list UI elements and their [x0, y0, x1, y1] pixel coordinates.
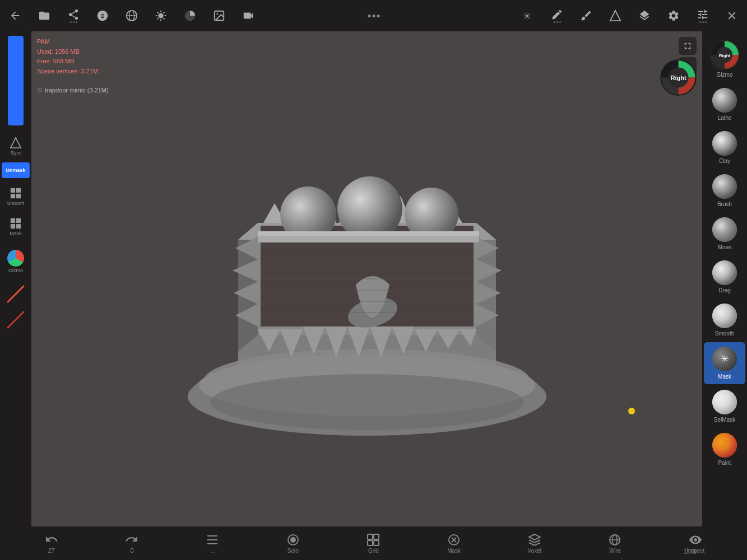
- paint-label: Paint: [718, 460, 731, 466]
- sliders-button[interactable]: [693, 6, 712, 25]
- svg-rect-99: [368, 540, 373, 545]
- fullscreen-button[interactable]: [679, 37, 697, 55]
- svg-line-10: [163, 18, 164, 19]
- unmask-button[interactable]: Unmask: [2, 162, 30, 178]
- redo-count: 0: [130, 547, 133, 554]
- svg-line-9: [157, 12, 158, 13]
- svg-line-25: [8, 286, 24, 302]
- svg-rect-21: [11, 218, 15, 223]
- tool-paint[interactable]: Paint: [704, 428, 745, 470]
- sidebar-item-smooth[interactable]: Smooth: [2, 183, 30, 211]
- move-label: Move: [718, 244, 731, 250]
- undo-count: 27: [48, 547, 55, 554]
- svg-line-26: [8, 312, 24, 328]
- snowflake-button[interactable]: ✳: [518, 6, 537, 25]
- svg-rect-23: [11, 224, 15, 228]
- grid-bottom-button[interactable]: Grid: [359, 533, 387, 554]
- sun-button[interactable]: [151, 6, 170, 25]
- mask-right-label: Mask: [718, 374, 731, 380]
- share-button[interactable]: [64, 6, 83, 25]
- clay-sphere: [712, 131, 737, 156]
- vertices-info: Scene vertices: 3.21M: [37, 67, 109, 77]
- bottom-toolbar: 27 0 ... Solo Grid Mask Voxel Wire Inspe…: [0, 526, 747, 560]
- back-button[interactable]: [6, 6, 25, 25]
- face-button[interactable]: [93, 6, 112, 25]
- folder-button[interactable]: [35, 6, 54, 25]
- canvas-area[interactable]: PAM Used: 1056 MB Free: 568 MB Scene ver…: [31, 31, 702, 526]
- gizmo-right-label: Gizmo: [717, 72, 733, 78]
- brush-sphere: [712, 174, 737, 199]
- gizmo-widget[interactable]: Right Gizmo: [704, 36, 745, 82]
- tool-selmask[interactable]: SelMask: [704, 385, 745, 427]
- svg-line-12: [157, 18, 158, 19]
- clay-label: Clay: [719, 158, 730, 164]
- pen-tool-button[interactable]: [577, 6, 596, 25]
- svg-point-15: [216, 13, 218, 15]
- paint-sphere: [712, 433, 737, 458]
- svg-point-79: [210, 374, 524, 430]
- 3d-model[interactable]: [171, 111, 563, 447]
- grid-button[interactable]: [122, 6, 141, 25]
- svg-line-11: [163, 12, 164, 13]
- brush-preview-2[interactable]: [4, 308, 27, 332]
- svg-point-83: [712, 88, 737, 113]
- svg-rect-100: [374, 540, 379, 545]
- voxel-label: Voxel: [528, 548, 541, 554]
- triangle-button[interactable]: [606, 6, 625, 25]
- gear-button[interactable]: [664, 6, 683, 25]
- menu-button[interactable]: ...: [198, 533, 226, 554]
- tool-drag[interactable]: Drag: [704, 256, 745, 298]
- gizmo-circle: Right: [710, 40, 739, 69]
- grid-label: Grid: [368, 548, 379, 554]
- brush-preview-1[interactable]: [4, 282, 27, 306]
- left-sidebar: Sym Unmask Smooth Mask Gizmo: [0, 31, 31, 526]
- svg-point-91: [712, 433, 737, 458]
- smooth-right-label: Smooth: [715, 330, 734, 337]
- svg-text:✳: ✳: [523, 10, 531, 22]
- color-bar[interactable]: [8, 36, 24, 125]
- top-toolbar: ✳: [0, 0, 747, 31]
- wire-label: Wire: [609, 548, 621, 554]
- sidebar-item-sym[interactable]: Sym: [2, 132, 30, 160]
- menu-dots: ...: [210, 548, 215, 554]
- video-button[interactable]: [239, 6, 258, 25]
- pen-button[interactable]: [548, 6, 567, 25]
- svg-point-85: [712, 174, 737, 199]
- tool-smooth[interactable]: Smooth: [704, 299, 745, 341]
- layers-button[interactable]: [635, 6, 654, 25]
- drag-label: Drag: [718, 287, 731, 293]
- tool-lathe[interactable]: Lathe: [704, 83, 745, 125]
- svg-point-4: [158, 13, 163, 18]
- object-info: ⊙ trapdoor mimic (3.21M): [37, 85, 109, 96]
- undo-button[interactable]: 27: [38, 533, 66, 554]
- tool-brush[interactable]: Brush: [704, 170, 745, 212]
- svg-text:Right: Right: [670, 74, 686, 81]
- redo-button[interactable]: 0: [118, 533, 146, 554]
- svg-point-87: [712, 260, 737, 285]
- tool-move[interactable]: Move: [704, 213, 745, 255]
- used-info: Used: 1056 MB: [37, 47, 109, 57]
- sidebar-item-gizmo[interactable]: Gizmo: [2, 248, 30, 276]
- pie-button[interactable]: [180, 6, 199, 25]
- mask-bottom-label: Mask: [447, 548, 461, 554]
- mask-bottom-button[interactable]: Mask: [440, 533, 468, 554]
- voxel-button[interactable]: Voxel: [521, 533, 549, 554]
- svg-point-88: [712, 304, 737, 328]
- svg-rect-97: [368, 534, 373, 539]
- tool-mask[interactable]: ✳ Mask: [704, 342, 745, 384]
- mask-sphere: ✳: [712, 347, 737, 371]
- svg-point-86: [712, 217, 737, 242]
- solo-button[interactable]: Solo: [279, 533, 307, 554]
- right-sidebar: Right Gizmo Lathe: [702, 31, 747, 526]
- image-button[interactable]: [210, 6, 229, 25]
- svg-rect-20: [16, 194, 21, 198]
- mask-left-label: Mask: [10, 231, 22, 236]
- gizmo-orientation-widget[interactable]: Right: [660, 59, 697, 96]
- sidebar-item-mask[interactable]: Mask: [2, 213, 30, 241]
- close-button[interactable]: [722, 6, 741, 25]
- unmask-label: Unmask: [6, 167, 25, 173]
- toolbar-center-dots[interactable]: [368, 15, 379, 17]
- selmask-sphere: [712, 390, 737, 414]
- tool-clay[interactable]: Clay: [704, 127, 745, 169]
- wire-button[interactable]: Wire: [601, 533, 629, 554]
